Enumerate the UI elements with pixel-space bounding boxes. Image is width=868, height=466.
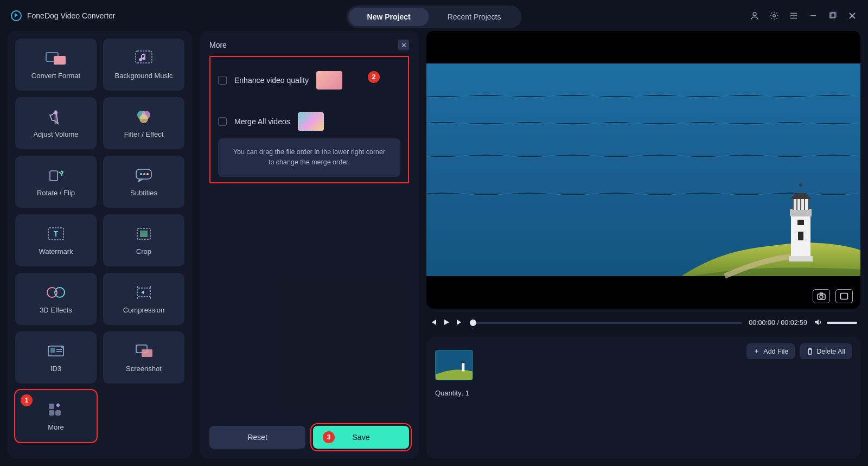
more-panel-close-button[interactable]: ✕ [398, 40, 409, 50]
svg-point-10 [139, 114, 148, 123]
tile-compression[interactable]: Compression [103, 273, 184, 325]
svg-rect-29 [55, 410, 61, 416]
tile-rotate-flip[interactable]: Rotate / Flip [15, 156, 97, 208]
tile-adjust-volume[interactable]: Adjust Volume [15, 97, 97, 149]
svg-point-15 [146, 173, 149, 175]
svg-rect-19 [140, 231, 148, 237]
more-panel: More ✕ 2 Enhance video quality Merge All… [200, 31, 419, 458]
enhance-thumb-icon [316, 71, 342, 90]
tile-background-music[interactable]: Background Music [103, 39, 184, 91]
reset-button[interactable]: Reset [209, 426, 305, 449]
app-logo: FoneDog Video Converter [11, 10, 115, 21]
id3-icon [46, 343, 66, 359]
svg-rect-35 [790, 209, 812, 216]
next-button[interactable] [456, 318, 463, 328]
save-button[interactable]: 3 Save [313, 426, 409, 449]
tile-label: Filter / Effect [124, 130, 164, 138]
tile-convert-format[interactable]: Convert Format [15, 39, 97, 91]
tile-label: Convert Format [31, 72, 80, 80]
compression-icon [133, 284, 154, 301]
convert-format-icon [46, 50, 66, 66]
tile-id3[interactable]: ID3 [15, 331, 97, 384]
fullscreen-button[interactable] [835, 289, 853, 303]
svg-rect-24 [50, 348, 55, 353]
preview-scene [426, 31, 860, 309]
tile-crop[interactable]: Crop [103, 214, 184, 266]
add-file-button[interactable]: ＋Add File [746, 343, 795, 359]
svg-rect-27 [49, 404, 54, 409]
tile-3d-effects[interactable]: 3D Effects [15, 273, 97, 325]
svg-point-13 [140, 173, 142, 175]
tile-label: Background Music [115, 72, 173, 80]
tile-subtitles[interactable]: Subtitles [103, 156, 184, 208]
menu-icon[interactable] [789, 11, 799, 21]
app-title: FoneDog Video Converter [27, 11, 115, 20]
tile-filter-effect[interactable]: Filter / Effect [103, 97, 184, 149]
right-pane: 00:00:00 / 00:02:59 ＋Add File Delete All… [426, 31, 860, 458]
merge-checkbox[interactable] [218, 117, 227, 126]
volume-icon [46, 108, 66, 125]
tab-new-project[interactable]: New Project [349, 8, 429, 26]
svg-rect-5 [54, 56, 66, 65]
merge-thumb-icon [298, 112, 324, 131]
snapshot-button[interactable] [813, 289, 830, 303]
merge-hint: You can drag the file order in the lower… [218, 138, 400, 177]
svg-rect-34 [789, 256, 813, 261]
title-bar: FoneDog Video Converter New Project Rece… [0, 0, 868, 31]
tile-label: Subtitles [130, 189, 157, 197]
settings-icon[interactable] [769, 11, 779, 21]
music-icon [133, 50, 154, 66]
tile-label: 3D Effects [40, 306, 72, 314]
svg-point-21 [55, 288, 65, 297]
screenshot-icon [133, 343, 154, 359]
tile-label: Adjust Volume [33, 130, 78, 138]
svg-rect-38 [798, 232, 803, 240]
play-button[interactable] [443, 318, 450, 328]
svg-rect-28 [49, 410, 54, 416]
tile-screenshot[interactable]: Screenshot [103, 331, 184, 384]
seek-bar[interactable] [470, 322, 742, 324]
tool-sidebar: Convert Format Background Music Adjust V… [8, 31, 192, 458]
3d-icon [46, 284, 66, 301]
tile-watermark[interactable]: T Watermark [15, 214, 97, 266]
tile-label: Screenshot [126, 365, 162, 373]
volume-slider[interactable] [827, 322, 857, 324]
file-list-panel: ＋Add File Delete All Quantity: 1 [426, 337, 860, 458]
crop-icon [133, 226, 154, 242]
more-icon [46, 401, 66, 418]
tile-label: More [48, 423, 64, 431]
svg-point-7 [54, 111, 58, 114]
player-bar: 00:00:00 / 00:02:59 [426, 314, 860, 331]
enhance-checkbox[interactable] [218, 76, 227, 85]
maximize-button[interactable] [828, 11, 838, 21]
close-button[interactable] [847, 11, 857, 21]
minimize-button[interactable] [808, 11, 818, 21]
tile-more[interactable]: 1 More [15, 390, 97, 442]
volume-icon[interactable] [814, 318, 822, 328]
svg-point-37 [799, 183, 802, 187]
delete-all-button[interactable]: Delete All [800, 343, 852, 359]
more-panel-title: More [209, 41, 227, 49]
callout-3-badge: 3 [323, 431, 335, 443]
tab-recent-projects[interactable]: Recent Projects [429, 8, 520, 26]
svg-rect-39 [797, 220, 804, 225]
project-tabs: New Project Recent Projects [347, 5, 522, 28]
svg-rect-31 [426, 276, 860, 309]
svg-text:T: T [54, 229, 59, 238]
filter-icon [133, 108, 154, 125]
file-thumbnail-1[interactable] [435, 350, 473, 380]
svg-rect-26 [142, 349, 152, 357]
rotate-icon [46, 167, 66, 183]
subtitles-icon [133, 167, 154, 183]
svg-point-14 [143, 173, 145, 175]
save-button-label: Save [353, 433, 370, 442]
logo-icon [11, 10, 22, 21]
merge-label: Merge All videos [234, 117, 290, 126]
callout-2-badge: 2 [368, 71, 380, 83]
svg-rect-11 [50, 171, 58, 181]
tile-label: ID3 [50, 365, 61, 373]
prev-button[interactable] [430, 318, 437, 328]
option-merge-all[interactable]: Merge All videos [218, 106, 400, 138]
svg-rect-42 [841, 293, 848, 299]
account-icon[interactable] [750, 11, 760, 21]
